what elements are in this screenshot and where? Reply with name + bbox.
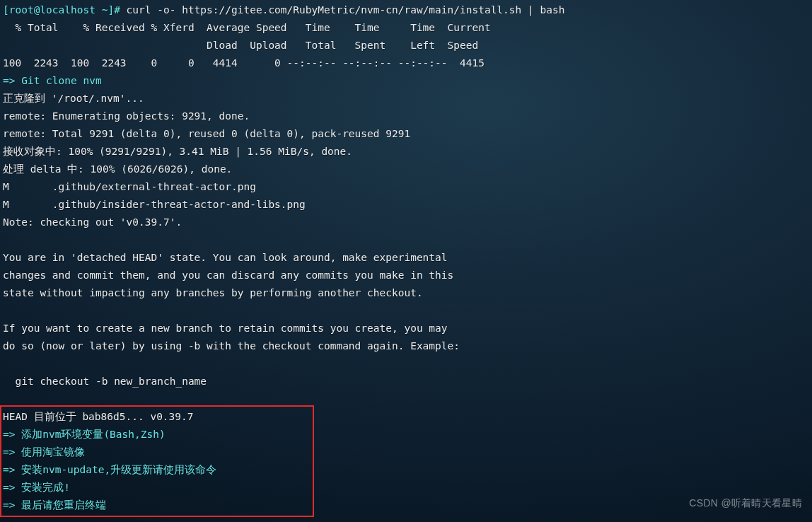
modified-file: M .github/external-threat-actor.png <box>3 178 809 196</box>
modified-file: M .github/insider-threat-actor-and-libs.… <box>3 196 809 214</box>
git-clone-msg: => Git clone nvm <box>3 72 809 90</box>
branch-hint: do so (now or later) by using -b with th… <box>3 337 809 355</box>
example-cmd: git checkout -b new_branch_name <box>3 373 809 390</box>
terminal-output[interactable]: [root@localhost ~]# curl -o- https://git… <box>0 0 812 514</box>
blank-line <box>3 302 809 320</box>
blank-line <box>3 390 809 408</box>
blank-line <box>3 231 809 249</box>
install-step: => 安装完成! <box>3 479 809 497</box>
command: curl -o- https://gitee.com/RubyMetric/nv… <box>120 4 565 16</box>
curl-header: % Total % Received % Xferd Average Speed… <box>3 19 809 37</box>
remote-line: remote: Total 9291 (delta 0), reused 0 (… <box>3 125 809 143</box>
detached-msg: changes and commit them, and you can dis… <box>3 267 809 284</box>
checkout-note: Note: checking out 'v0.39.7'. <box>3 214 809 231</box>
delta-line: 处理 delta 中: 100% (6026/6026), done. <box>3 161 809 178</box>
install-step: => 最后请您重启终端 <box>3 497 809 514</box>
receiving-line: 接收对象中: 100% (9291/9291), 3.41 MiB | 1.56… <box>3 143 809 161</box>
head-position: HEAD 目前位于 bab86d5... v0.39.7 <box>3 408 809 426</box>
install-step: => 使用淘宝镜像 <box>3 443 809 461</box>
prompt-line: [root@localhost ~]# curl -o- https://git… <box>3 1 809 19</box>
watermark-text: CSDN @听着晴天看星晴 <box>689 494 802 512</box>
install-step: => 安装nvm-update,升级更新请使用该命令 <box>3 461 809 479</box>
cloning-msg: 正克隆到 '/root/.nvm'... <box>3 90 809 108</box>
curl-header: Dload Upload Total Spent Left Speed <box>3 37 809 54</box>
shell-prompt: [root@localhost ~]# <box>3 4 120 16</box>
install-step: => 添加nvm环境变量(Bash,Zsh) <box>3 426 809 443</box>
detached-msg: state without impacting any branches by … <box>3 284 809 302</box>
remote-line: remote: Enumerating objects: 9291, done. <box>3 108 809 125</box>
detached-msg: You are in 'detached HEAD' state. You ca… <box>3 249 809 267</box>
blank-line <box>3 355 809 373</box>
curl-stats: 100 2243 100 2243 0 0 4414 0 --:--:-- --… <box>3 54 809 72</box>
branch-hint: If you want to create a new branch to re… <box>3 320 809 337</box>
